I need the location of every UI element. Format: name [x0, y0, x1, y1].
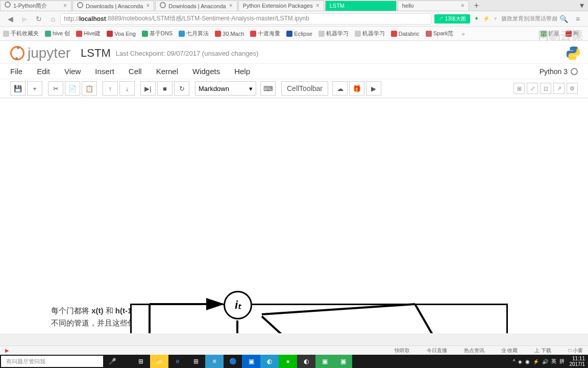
run-icon[interactable]: ▶|: [140, 81, 156, 96]
chrome-icon[interactable]: 🔵: [224, 355, 242, 368]
ext-item[interactable]: 扩展: [541, 30, 559, 37]
svg-line-12: [415, 304, 442, 333]
close-icon[interactable]: ×: [316, 2, 320, 9]
ime-icon[interactable]: 英: [551, 358, 556, 365]
mic-icon[interactable]: 🎤: [103, 355, 121, 368]
store-icon[interactable]: ⊞: [187, 355, 205, 368]
bookmark-item[interactable]: Voa Eng: [107, 31, 136, 37]
tabs-menu-icon[interactable]: ▾: [576, 1, 588, 10]
bookmark-item[interactable]: hive 创: [45, 30, 70, 37]
app5-icon[interactable]: ▣: [315, 355, 334, 368]
close-icon[interactable]: ×: [63, 2, 67, 9]
bookmark-item[interactable]: 基于DNS: [142, 30, 173, 37]
mini-btn-2[interactable]: ⤢: [527, 83, 538, 94]
copy-icon[interactable]: 📄: [65, 81, 80, 96]
forward-icon[interactable]: ▶: [18, 13, 31, 25]
bookmark-item[interactable]: 机器学习: [318, 30, 349, 37]
menu-edit[interactable]: Edit: [37, 67, 50, 76]
edge-icon[interactable]: e: [168, 355, 187, 368]
close-icon[interactable]: ×: [229, 2, 233, 9]
app4-icon[interactable]: ◐: [297, 355, 315, 368]
cloud-icon[interactable]: ☁: [332, 81, 348, 96]
browser-tab-3[interactable]: Python Extension Packages×: [238, 1, 324, 11]
news-link[interactable]: 今日直播: [420, 347, 447, 354]
tray-ico[interactable]: ◉: [525, 359, 530, 364]
app3-icon[interactable]: ◐: [260, 355, 279, 368]
close-icon[interactable]: ×: [388, 2, 392, 9]
menu-widgets[interactable]: Widgets: [192, 67, 220, 76]
add-cell-icon[interactable]: +: [27, 81, 42, 96]
menu-cell[interactable]: Cell: [129, 67, 142, 76]
browser-tab-2[interactable]: Downloads | Anaconda×: [155, 1, 237, 11]
mini-btn-5[interactable]: ⚙: [567, 83, 578, 94]
menu-kernel[interactable]: Kernel: [156, 67, 178, 76]
home-icon[interactable]: ⌂: [47, 13, 59, 25]
news-link[interactable]: 上 下载: [528, 347, 551, 354]
url-input[interactable]: http://localhost:8889/notebooks/LSTM情感/L…: [60, 13, 431, 25]
move-down-icon[interactable]: ↓: [119, 81, 135, 96]
bookmark-item[interactable]: 30.Mach: [215, 31, 244, 37]
add-tab-icon[interactable]: +: [470, 1, 483, 10]
tray-up-icon[interactable]: ^: [513, 359, 516, 364]
menu-icon[interactable]: ≡: [572, 13, 584, 25]
menu-help[interactable]: Help: [234, 67, 250, 76]
app-icon[interactable]: ≡: [205, 355, 224, 368]
bookmark-item[interactable]: 七月算法: [179, 30, 209, 37]
move-up-icon[interactable]: ↑: [103, 81, 118, 96]
command-palette-icon[interactable]: ⌨: [260, 81, 276, 96]
ime-icon[interactable]: 拼: [559, 358, 565, 365]
app6-icon[interactable]: ▣: [334, 355, 352, 368]
news-link[interactable]: 热点资讯: [457, 347, 484, 354]
play-icon[interactable]: ▶: [366, 81, 381, 96]
bookmark-item[interactable]: 手机收藏夹: [3, 30, 39, 37]
image-badge[interactable]: ↗ 13张大图: [434, 14, 470, 24]
save-icon[interactable]: 💾: [10, 81, 26, 96]
explorer-icon[interactable]: 📁: [150, 355, 168, 368]
browser-tab-1[interactable]: Downloads | Anaconda×: [72, 1, 154, 11]
notebook-title[interactable]: LSTM: [81, 47, 111, 60]
celltoolbar-button[interactable]: CellToolbar: [281, 81, 328, 96]
paste-icon[interactable]: 📋: [82, 81, 97, 96]
mini-btn-4[interactable]: ↗: [553, 83, 565, 94]
wechat-icon[interactable]: ●: [279, 355, 297, 368]
stop-icon[interactable]: ■: [157, 81, 173, 96]
close-icon[interactable]: ×: [146, 2, 150, 9]
browser-tab-0[interactable]: 1-Python简介×: [0, 1, 71, 11]
bookmark-item[interactable]: 机器学习: [355, 30, 385, 37]
system-tray: ^ ◈ ◉ ⚡ 🔊 英 拼 11:112017/1: [511, 356, 588, 367]
cortana-input[interactable]: 有问题尽管问我: [1, 356, 103, 367]
mini-btn-3[interactable]: ⊡: [540, 83, 551, 94]
cell-type-select[interactable]: Markdown▾: [195, 81, 256, 96]
tray-ico[interactable]: 🔊: [542, 359, 548, 364]
menu-file[interactable]: File: [10, 67, 22, 76]
gift-icon[interactable]: 🎁: [349, 81, 364, 96]
cut-icon[interactable]: ✂: [48, 81, 63, 96]
clock[interactable]: 11:112017/1: [569, 356, 585, 367]
news-link[interactable]: □ 小窗: [561, 347, 583, 354]
browser-tab-4[interactable]: LSTM×: [325, 1, 397, 11]
back-icon[interactable]: ◀: [4, 13, 16, 25]
bookmark-item[interactable]: Databric: [391, 31, 420, 37]
menu-view[interactable]: View: [64, 67, 81, 76]
reload-icon[interactable]: ↻: [33, 13, 45, 25]
app2-icon[interactable]: ▣: [242, 355, 260, 368]
mini-btn-1[interactable]: ⊞: [513, 83, 525, 94]
jupyter-logo[interactable]: jupyter: [10, 45, 70, 61]
close-icon[interactable]: ×: [461, 2, 464, 9]
search-hint[interactable]: 摄政发育别浪黑话带崩: [501, 15, 557, 22]
menu-insert[interactable]: Insert: [95, 67, 114, 76]
bookmark-item[interactable]: Hive建: [76, 30, 101, 37]
restart-icon[interactable]: ↻: [174, 81, 189, 96]
news-link[interactable]: 快听歌: [388, 347, 410, 354]
bookmark-item[interactable]: 十道海量: [250, 30, 280, 37]
task-view-icon[interactable]: ⊞: [132, 355, 150, 368]
bookmark-item[interactable]: Eclipse: [286, 31, 312, 37]
notebook-content[interactable]: xₜ hₜ: [0, 98, 588, 333]
news-link[interactable]: 业 收藏: [495, 347, 518, 354]
tray-ico[interactable]: ◈: [518, 359, 522, 364]
bookmark-item[interactable]: Spark范: [426, 30, 454, 37]
ext-item[interactable]: 网: [566, 30, 579, 37]
browser-tab-5[interactable]: hello×: [398, 1, 469, 11]
search-icon[interactable]: 🔍: [557, 13, 570, 25]
tray-ico[interactable]: ⚡: [533, 359, 539, 364]
